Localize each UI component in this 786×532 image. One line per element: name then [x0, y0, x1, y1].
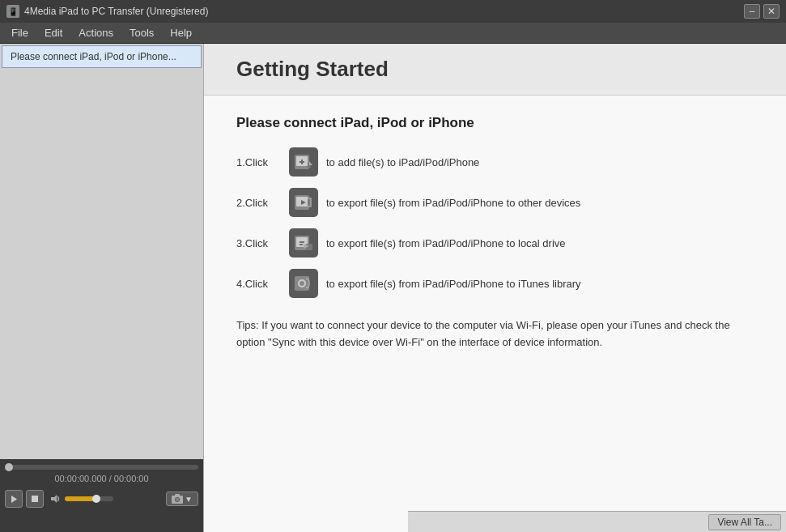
step-1-row: 1.Click to add file(s) to iPad/iPod/iPho…	[236, 147, 754, 177]
svg-marker-11	[309, 161, 312, 165]
volume-icon	[50, 494, 62, 504]
page-body: Please connect iPad, iPod or iPhone 1.Cl…	[204, 96, 786, 532]
svg-marker-0	[11, 496, 17, 503]
step-3-icon	[289, 228, 318, 257]
step-2-icon	[289, 188, 318, 217]
volume-slider[interactable]	[65, 496, 113, 501]
seek-handle[interactable]	[5, 463, 13, 471]
main-container: Please connect iPad, iPod or iPhone... 0…	[0, 44, 786, 532]
step-3-label: 3.Click	[236, 237, 281, 249]
svg-point-5	[176, 498, 179, 501]
step-4-label: 4.Click	[236, 278, 281, 290]
window-title: 4Media iPad to PC Transfer (Unregistered…	[24, 6, 744, 17]
sidebar-item-label: Please connect iPad, iPod or iPhone...	[11, 51, 176, 62]
step-4-icon	[289, 269, 318, 298]
menubar: File Edit Actions Tools Help	[0, 23, 786, 44]
page-title: Getting Started	[236, 57, 767, 82]
svg-marker-2	[51, 495, 57, 503]
svg-rect-1	[32, 496, 38, 502]
statusbar: View All Ta...	[408, 511, 786, 532]
step-3-desc: to export file(s) from iPad/iPod/iPhone …	[326, 237, 566, 249]
sidebar: Please connect iPad, iPod or iPhone... 0…	[0, 44, 204, 532]
minimize-button[interactable]: –	[744, 4, 760, 19]
app-icon: 📱	[6, 5, 19, 18]
svg-point-23	[300, 281, 304, 286]
step-3-row: 3.Click to export file(s) from iPad/iPod…	[236, 228, 754, 257]
window-controls: – ✕	[744, 4, 780, 19]
menu-help[interactable]: Help	[162, 24, 200, 41]
menu-actions[interactable]: Actions	[70, 24, 121, 41]
connect-heading: Please connect iPad, iPod or iPhone	[236, 115, 754, 131]
step-2-desc: to export file(s) from iPad/iPod/iPhone …	[326, 197, 580, 209]
step-4-row: 4.Click to export file(s) from iPad/iPod…	[236, 269, 754, 298]
page-header: Getting Started	[204, 44, 786, 96]
step-1-icon	[289, 147, 318, 177]
svg-rect-6	[175, 494, 180, 496]
close-button[interactable]: ✕	[763, 4, 780, 19]
step-4-desc: to export file(s) from iPad/iPod/iPhone …	[326, 278, 581, 290]
player-panel: 00:00:00.000 / 00:00:00	[0, 459, 203, 532]
volume-handle[interactable]	[92, 495, 100, 503]
step-1-label: 1.Click	[236, 156, 281, 168]
playback-controls: ▼	[0, 487, 203, 511]
view-all-button[interactable]: View All Ta...	[708, 514, 781, 530]
menu-edit[interactable]: Edit	[36, 24, 70, 41]
sidebar-item-connect[interactable]: Please connect iPad, iPod or iPhone...	[2, 45, 202, 68]
menu-tools[interactable]: Tools	[121, 24, 162, 41]
tips-section: Tips: If you want to connect your device…	[236, 317, 754, 351]
step-2-label: 2.Click	[236, 197, 281, 209]
stop-button[interactable]	[26, 490, 44, 508]
step-1-desc: to add file(s) to iPad/iPod/iPhone	[326, 156, 479, 168]
seek-bar[interactable]	[5, 465, 198, 470]
play-button[interactable]	[5, 490, 23, 508]
titlebar: 📱 4Media iPad to PC Transfer (Unregister…	[0, 0, 786, 23]
time-display: 00:00:00.000 / 00:00:00	[0, 470, 203, 487]
camera-button[interactable]: ▼	[166, 492, 198, 506]
step-2-row: 2.Click to export file(s) from iPad/iPod…	[236, 188, 754, 217]
content-area: Getting Started Please connect iPad, iPo…	[204, 44, 786, 532]
menu-file[interactable]: File	[3, 24, 36, 41]
